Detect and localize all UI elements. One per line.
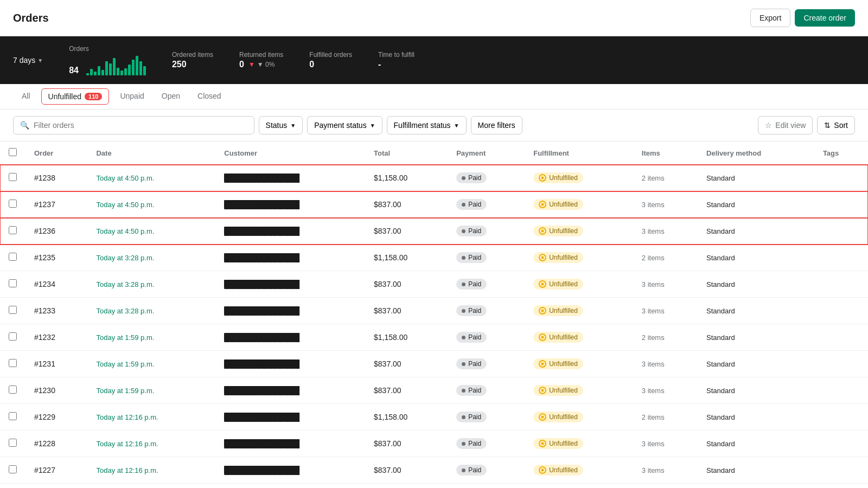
- fulfillment-badge: Unfulfilled: [533, 412, 583, 422]
- fulfillment-status-filter-label: Fulfillment status: [394, 121, 451, 130]
- payment-status-filter-button[interactable]: Payment status ▼: [307, 116, 382, 134]
- row-checkbox-cell[interactable]: [0, 484, 25, 489]
- stat-returned-change-pct: ▼ 0%: [257, 61, 275, 68]
- order-link[interactable]: #1232: [34, 333, 55, 342]
- order-link[interactable]: #1234: [34, 280, 55, 288]
- table-row[interactable]: #1230Today at 1:59 p.m.██████████████$83…: [0, 377, 868, 404]
- table-row[interactable]: #1227Today at 12:16 p.m.██████████████$8…: [0, 457, 868, 484]
- row-checkbox-cell[interactable]: [0, 351, 25, 377]
- row-checkbox-cell[interactable]: [0, 431, 25, 457]
- order-link[interactable]: #1238: [34, 174, 55, 182]
- row-tags: [814, 191, 868, 218]
- payment-status-filter-label: Payment status: [314, 121, 367, 130]
- row-checkbox-cell[interactable]: [0, 324, 25, 351]
- row-checkbox-cell[interactable]: [0, 218, 25, 245]
- order-link[interactable]: #1231: [34, 359, 55, 368]
- row-fulfillment: Unfulfilled: [525, 298, 633, 324]
- row-order-id[interactable]: #1227: [25, 457, 87, 484]
- stats-period-selector[interactable]: 7 days ▼: [13, 56, 43, 65]
- customer-name-redacted: ██████████████: [224, 227, 299, 235]
- row-payment: Paid: [448, 351, 525, 377]
- row-checkbox-cell[interactable]: [0, 457, 25, 484]
- row-checkbox-cell[interactable]: [0, 191, 25, 218]
- row-order-id[interactable]: #1228: [25, 431, 87, 457]
- more-filters-button[interactable]: More filters: [471, 116, 522, 134]
- order-link[interactable]: #1228: [34, 439, 55, 448]
- order-link[interactable]: #1235: [34, 253, 55, 262]
- row-order-id[interactable]: #1226: [25, 484, 87, 489]
- row-order-id[interactable]: #1234: [25, 271, 87, 298]
- tab-unfulfilled[interactable]: Unfulfilled 110: [41, 88, 110, 105]
- row-order-id[interactable]: #1231: [25, 351, 87, 377]
- export-button[interactable]: Export: [750, 9, 790, 27]
- order-link[interactable]: #1227: [34, 466, 55, 474]
- tab-closed[interactable]: Closed: [189, 84, 230, 109]
- row-checkbox[interactable]: [9, 412, 17, 420]
- row-checkbox[interactable]: [9, 386, 17, 394]
- edit-view-button[interactable]: ☆ Edit view: [758, 116, 813, 134]
- row-checkbox-cell[interactable]: [0, 298, 25, 324]
- table-row[interactable]: #1238Today at 4:50 p.m.██████████████$1,…: [0, 165, 868, 191]
- row-checkbox[interactable]: [9, 200, 17, 208]
- table-row[interactable]: #1236Today at 4:50 p.m.██████████████$83…: [0, 218, 868, 245]
- row-order-id[interactable]: #1229: [25, 404, 87, 431]
- row-order-id[interactable]: #1232: [25, 324, 87, 351]
- row-order-id[interactable]: #1230: [25, 377, 87, 404]
- row-checkbox[interactable]: [9, 332, 17, 341]
- row-checkbox[interactable]: [9, 465, 17, 473]
- row-total: $837.00: [365, 457, 448, 484]
- customer-name-redacted: ██████████████: [224, 386, 299, 395]
- row-tags: [814, 377, 868, 404]
- arrow-down-icon: ▼: [248, 61, 255, 68]
- table-row[interactable]: #1233Today at 3:28 p.m.██████████████$83…: [0, 298, 868, 324]
- row-checkbox[interactable]: [9, 306, 17, 314]
- stat-fulfilled-value: 0: [309, 60, 352, 69]
- row-order-id[interactable]: #1233: [25, 298, 87, 324]
- table-row[interactable]: #1229Today at 12:16 p.m.██████████████$1…: [0, 404, 868, 431]
- sort-button[interactable]: ⇅ Sort: [817, 116, 855, 134]
- table-row[interactable]: #1226Today at 12:12 p.m.██████████████$1…: [0, 484, 868, 489]
- fulfillment-status-filter-button[interactable]: Fulfillment status ▼: [387, 116, 467, 134]
- row-checkbox-cell[interactable]: [0, 271, 25, 298]
- row-checkbox-cell[interactable]: [0, 377, 25, 404]
- select-all-header[interactable]: [0, 142, 25, 165]
- row-checkbox[interactable]: [9, 439, 17, 447]
- row-tags: [814, 404, 868, 431]
- chart-bar: [86, 73, 89, 75]
- order-link[interactable]: #1236: [34, 227, 55, 235]
- table-row[interactable]: #1234Today at 3:28 p.m.██████████████$83…: [0, 271, 868, 298]
- orders-table: Order Date Customer Total Payment Fulfil…: [0, 142, 868, 488]
- tab-unpaid[interactable]: Unpaid: [111, 84, 152, 109]
- row-checkbox[interactable]: [9, 253, 17, 261]
- table-row[interactable]: #1231Today at 1:59 p.m.██████████████$83…: [0, 351, 868, 377]
- row-total: $837.00: [365, 377, 448, 404]
- search-box[interactable]: 🔍: [13, 116, 254, 134]
- row-checkbox-cell[interactable]: [0, 245, 25, 271]
- row-checkbox[interactable]: [9, 279, 17, 287]
- select-all-checkbox[interactable]: [9, 148, 17, 156]
- order-link[interactable]: #1233: [34, 306, 55, 315]
- row-checkbox[interactable]: [9, 359, 17, 367]
- create-order-button[interactable]: Create order: [795, 9, 855, 27]
- table-row[interactable]: #1228Today at 12:16 p.m.██████████████$8…: [0, 431, 868, 457]
- order-link[interactable]: #1237: [34, 200, 55, 209]
- order-link[interactable]: #1229: [34, 413, 55, 421]
- status-filter-button[interactable]: Status ▼: [259, 116, 303, 134]
- order-link[interactable]: #1230: [34, 386, 55, 395]
- row-order-id[interactable]: #1237: [25, 191, 87, 218]
- orders-table-container: Order Date Customer Total Payment Fulfil…: [0, 142, 868, 488]
- row-checkbox[interactable]: [9, 226, 17, 234]
- row-order-id[interactable]: #1238: [25, 165, 87, 191]
- row-checkbox[interactable]: [9, 173, 17, 181]
- search-input[interactable]: [34, 121, 247, 130]
- tab-open[interactable]: Open: [153, 84, 189, 109]
- table-row[interactable]: #1235Today at 3:28 p.m.██████████████$1,…: [0, 245, 868, 271]
- stat-orders-value: 84: [69, 66, 79, 75]
- row-order-id[interactable]: #1235: [25, 245, 87, 271]
- table-row[interactable]: #1237Today at 4:50 p.m.██████████████$83…: [0, 191, 868, 218]
- tab-all[interactable]: All: [13, 84, 39, 109]
- row-checkbox-cell[interactable]: [0, 404, 25, 431]
- row-checkbox-cell[interactable]: [0, 165, 25, 191]
- row-order-id[interactable]: #1236: [25, 218, 87, 245]
- table-row[interactable]: #1232Today at 1:59 p.m.██████████████$1,…: [0, 324, 868, 351]
